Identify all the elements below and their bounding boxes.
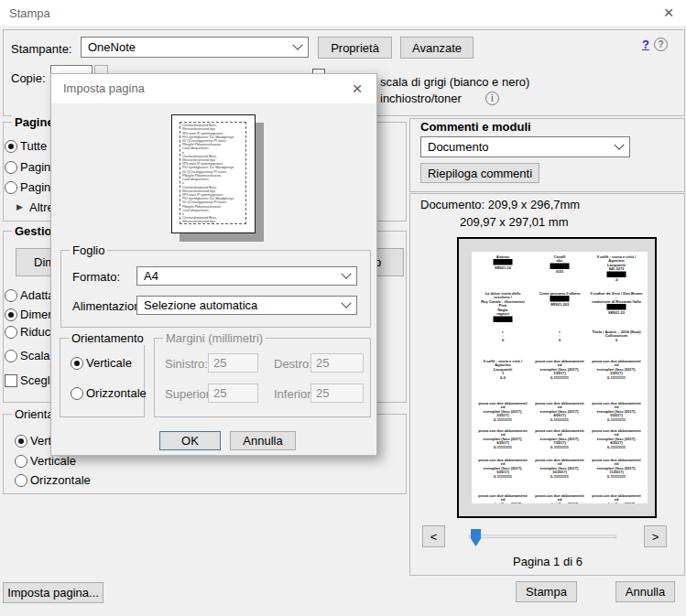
next-page-button[interactable]: > (644, 525, 667, 547)
print-dialog-window: Stampa × Stampante: OneNote Proprietà Av… (0, 0, 686, 616)
preview-card: prova con due abbonamenti edesemplari (f… (474, 400, 531, 427)
preview-card: t:0 (474, 329, 531, 358)
dialog-portrait-radio[interactable] (71, 357, 83, 370)
pages-all-label[interactable]: Tutte (20, 139, 47, 153)
margins-group: Margini (millimetri) Sinistro: Destro: S… (154, 338, 371, 417)
preview-card: prova con due abbonamenti edesemplari (f… (531, 492, 588, 503)
margin-right-input (310, 353, 364, 373)
help-circle-icon[interactable]: ? (654, 38, 668, 51)
barcode-block (550, 264, 570, 270)
margin-top-input (208, 384, 258, 403)
format-label: Formato: (72, 270, 120, 284)
orientation-landscape-radio[interactable] (15, 474, 27, 487)
dialog-cancel-button[interactable]: Annulla (230, 431, 296, 450)
chevron-down-icon (292, 39, 302, 49)
document-size-label: Documento: 209,9 x 296,7mm (420, 198, 580, 211)
fit-label[interactable]: Adatta (20, 288, 55, 302)
preview-card: prova con due abbonamenti edesemplari (f… (531, 358, 588, 400)
advanced-button[interactable]: Avanzate (400, 37, 474, 59)
page-setup-button[interactable]: Imposta pagina... (3, 582, 103, 603)
preview-card: prova con due abbonamenti edesemplari (f… (588, 358, 645, 400)
preview-card: Cavalliabc0/23 (531, 254, 588, 290)
preview-card: t:0 (531, 329, 588, 358)
dialog-ok-button[interactable]: OK (159, 431, 221, 450)
cancel-button[interactable]: Annulla (615, 581, 675, 602)
page-thumb: Chemardinspastid Bass,Weisseslesenestid … (171, 114, 256, 233)
pages-range-radio[interactable] (5, 181, 17, 194)
feed-select[interactable]: Selezione automatica (136, 296, 357, 315)
preview-card: Il caffè : storia e virtù / AgostinoLacq… (474, 358, 531, 400)
prev-page-button[interactable]: < (422, 525, 445, 547)
preview-card: prova con due abbonamenti edesemplari (f… (474, 427, 531, 457)
margins-group-legend: Margini (millimetri) (163, 331, 266, 345)
custom-scale-radio[interactable] (5, 350, 17, 362)
feed-select-value: Selezione automatica (144, 298, 257, 312)
paper-source-checkbox[interactable] (5, 374, 17, 387)
comments-select-value: Documento (428, 140, 488, 154)
actual-size-radio[interactable] (5, 308, 17, 321)
preview-card: prova con due abbonamenti edesemplari (f… (588, 400, 645, 427)
orientation-landscape-label[interactable]: Orizzontale (30, 473, 91, 487)
margin-left-label: Sinistro: (165, 357, 208, 371)
shrink-radio[interactable] (5, 326, 17, 339)
printer-select[interactable]: OneNote (81, 37, 309, 58)
barcode-block (494, 259, 513, 265)
chevron-down-icon (341, 297, 351, 308)
preview-card: Titolo / Autore .- 2016 (Nota)Collocazio… (588, 329, 645, 358)
page-counter: Pagina 1 di 6 (513, 555, 583, 568)
preview-card: prova con due abbonamenti edesemplari (f… (531, 457, 588, 492)
page-setup-dialog: Imposta pagina × Chemardinspastid Bass,W… (50, 73, 377, 456)
preview-card: prova con due abbonamenti edesemplari (f… (588, 492, 645, 503)
dialog-page-text: Chemardinspastid Bass,Weisseslesenestid … (182, 124, 246, 224)
dialog-close-icon[interactable]: × (347, 80, 367, 98)
properties-button[interactable]: Proprietà (318, 37, 392, 59)
window-close-icon[interactable]: × (659, 4, 679, 22)
orientation-auto-radio[interactable] (15, 435, 27, 448)
info-circle-icon[interactable]: i (485, 92, 499, 105)
barcode-block (607, 272, 626, 278)
barcode-block (494, 317, 513, 323)
margin-left-input (208, 353, 258, 373)
preview-card: AnanasSR921-10 (474, 254, 531, 290)
preview-card: prova con due abbonamenti edesemplari (f… (531, 400, 588, 427)
orientation-portrait-radio[interactable] (15, 455, 27, 468)
format-select[interactable]: A4 (136, 266, 357, 286)
grayscale-label: scala di grigi (bianco e nero) (380, 75, 529, 89)
pages-current-radio[interactable] (5, 161, 17, 174)
fit-radio[interactable] (5, 289, 17, 302)
preview-card: prova con due abbonamenti edesemplari (f… (588, 457, 645, 492)
printer-label: Stampante: (11, 42, 72, 56)
orientation-portrait-label[interactable]: Verticale (30, 454, 76, 468)
pages-all-radio[interactable] (5, 140, 17, 153)
preview-card: prova con due abbonamenti edesemplari (f… (588, 427, 645, 457)
printer-select-value: OneNote (88, 40, 136, 54)
more-options-triangle-icon[interactable]: ▶ (16, 202, 23, 211)
ink-label: inchiostro/toner (380, 92, 462, 105)
print-button[interactable]: Stampa (516, 581, 577, 602)
preview-card: La dolce storia dello zucchero /Roy Cana… (474, 290, 531, 329)
preview-card: prova con due abbonamenti edesemplari (f… (474, 457, 531, 492)
format-select-value: A4 (144, 269, 158, 283)
barcode-block (550, 296, 570, 302)
summarize-comments-button[interactable]: Riepiloga commenti (420, 163, 539, 183)
dialog-orientation-group: Orientamento Verticale Orizzontale (60, 338, 145, 417)
margin-right-label: Destro: (274, 357, 312, 371)
help-link[interactable]: ? (642, 38, 649, 51)
dialog-title: Imposta pagina (63, 81, 145, 95)
page-slider-track[interactable] (469, 535, 616, 538)
preview-card: Come pensano il alberoSR921-203 (531, 290, 588, 329)
chevron-down-icon (614, 139, 624, 149)
preview-card: prova con due abbonamenti edesemplari (f… (474, 492, 531, 503)
window-title: Stampa (9, 6, 50, 20)
preview-card: Il caffè : storia e virtù / AgostinoLacq… (588, 254, 645, 290)
comments-select[interactable]: Documento (420, 136, 630, 157)
dialog-landscape-radio[interactable] (71, 387, 83, 400)
dialog-landscape-label[interactable]: Orizzontale (86, 386, 147, 400)
preview-card: prova con due abbonamenti edesemplari (f… (531, 427, 588, 457)
print-preview: AnanasSR921-10Cavalliabc0/23Il caffè : s… (457, 237, 657, 518)
copies-label: Copie: (11, 71, 46, 85)
barcode-block (607, 304, 626, 310)
dialog-titlebar: Imposta pagina × (51, 74, 376, 103)
dialog-portrait-label[interactable]: Verticale (86, 356, 132, 370)
sheet-group-legend: Foglio (70, 243, 107, 257)
